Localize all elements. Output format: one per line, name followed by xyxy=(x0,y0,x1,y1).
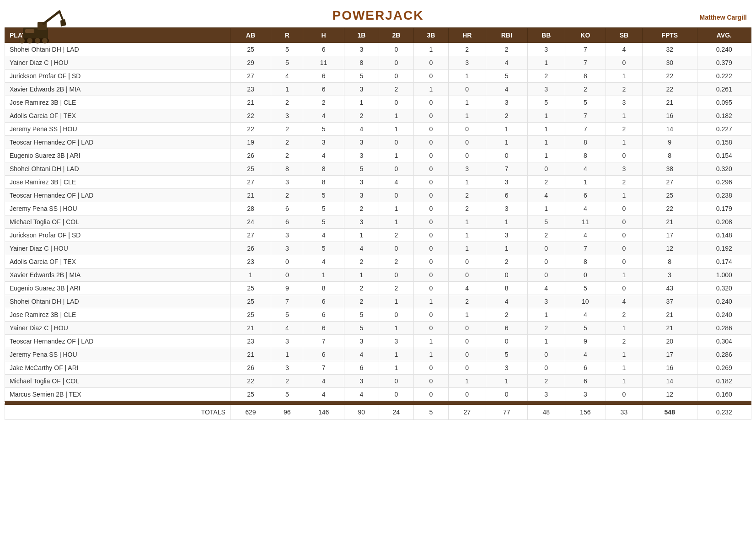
stat-cell: 1 xyxy=(486,136,527,149)
stat-cell: 22 xyxy=(642,70,697,83)
player-name: Shohei Ohtani DH | LAD xyxy=(5,162,231,176)
stat-cell: 2 xyxy=(606,335,642,348)
stat-cell: 2 xyxy=(527,375,565,388)
stat-cell: 0 xyxy=(606,242,642,255)
stat-cell: 4 xyxy=(486,295,527,308)
stat-cell: 0 xyxy=(606,202,642,215)
stat-cell: 5 xyxy=(344,322,379,335)
stat-cell: 21 xyxy=(230,189,271,202)
stat-cell: 1 xyxy=(527,136,565,149)
stat-cell: 17 xyxy=(642,348,697,361)
stat-cell: 1 xyxy=(379,149,413,162)
table-row: Shohei Ohtani DH | LAD255630122374320.24… xyxy=(5,43,751,56)
stat-cell: 0.179 xyxy=(697,202,751,215)
stat-cell: 1 xyxy=(486,242,527,255)
stat-cell: 3 xyxy=(642,269,697,282)
stat-cell: 1 xyxy=(379,109,413,123)
table-row: Shohei Ohtani DH | LAD2576211243104370.2… xyxy=(5,295,751,308)
stat-cell: 3 xyxy=(344,136,379,149)
stat-cell: 3 xyxy=(271,176,303,189)
stat-cell: 9 xyxy=(642,136,697,149)
stat-cell: 2 xyxy=(448,43,486,56)
stat-cell: 1 xyxy=(344,269,379,282)
stat-cell: 26 xyxy=(230,361,271,375)
stat-cell: 0 xyxy=(379,96,413,109)
table-header-row: PLAYER AB R H 1B 2B 3B HR RBI BB KO SB F… xyxy=(5,28,751,43)
player-name: Jeremy Pena SS | HOU xyxy=(5,202,231,215)
stat-cell: 5 xyxy=(344,70,379,83)
stat-cell: 0 xyxy=(379,375,413,388)
stat-cell: 1 xyxy=(606,109,642,123)
stat-cell: 0 xyxy=(527,361,565,375)
stat-cell: 16 xyxy=(642,109,697,123)
stat-cell: 0 xyxy=(448,123,486,136)
stat-cell: 6 xyxy=(303,70,344,83)
table-row: Teoscar Hernandez OF | LAD19233000118190… xyxy=(5,136,751,149)
stat-cell: 25 xyxy=(230,162,271,176)
stat-cell: 0 xyxy=(379,269,413,282)
stat-cell: 5 xyxy=(303,202,344,215)
stat-cell: 4 xyxy=(565,202,606,215)
stat-cell: 3 xyxy=(565,388,606,402)
totals-rbi: 77 xyxy=(486,404,527,420)
stat-cell: 3 xyxy=(527,295,565,308)
user-name: Matthew Cargill xyxy=(700,14,747,21)
stat-cell: 2 xyxy=(271,136,303,149)
stat-cell: 0 xyxy=(379,43,413,56)
svg-point-8 xyxy=(35,38,40,43)
table-row: Marcus Semien 2B | TEX255440000330120.16… xyxy=(5,388,751,402)
stats-table: PLAYER AB R H 1B 2B 3B HR RBI BB KO SB F… xyxy=(5,27,751,420)
stat-cell: 3 xyxy=(448,162,486,176)
stat-cell: 0 xyxy=(413,149,448,162)
totals-1b: 90 xyxy=(344,404,379,420)
stat-cell: 14 xyxy=(642,375,697,388)
svg-rect-10 xyxy=(25,29,34,33)
stat-cell: 1 xyxy=(448,308,486,322)
stat-cell: 0 xyxy=(413,282,448,295)
stat-cell: 1 xyxy=(448,96,486,109)
stat-cell: 0 xyxy=(413,70,448,83)
stat-cell: 0 xyxy=(413,361,448,375)
stat-cell: 3 xyxy=(344,43,379,56)
stat-cell: 1 xyxy=(606,348,642,361)
totals-r: 96 xyxy=(271,404,303,420)
stat-cell: 6 xyxy=(271,202,303,215)
stat-cell: 0 xyxy=(448,388,486,402)
stat-cell: 1 xyxy=(527,335,565,348)
stat-cell: 25 xyxy=(230,43,271,56)
stat-cell: 7 xyxy=(565,56,606,70)
stat-cell: 2 xyxy=(606,83,642,96)
stat-cell: 3 xyxy=(527,83,565,96)
stat-cell: 1 xyxy=(448,242,486,255)
stat-cell: 0 xyxy=(448,361,486,375)
stat-cell: 3 xyxy=(527,43,565,56)
stat-cell: 27 xyxy=(230,176,271,189)
col-header-ko: KO xyxy=(565,28,606,43)
stat-cell: 4 xyxy=(303,109,344,123)
stat-cell: 0 xyxy=(486,335,527,348)
stat-cell: 3 xyxy=(448,56,486,70)
totals-sb: 33 xyxy=(606,404,642,420)
logo-icon xyxy=(9,5,69,46)
stat-cell: 0 xyxy=(379,388,413,402)
stat-cell: 14 xyxy=(642,123,697,136)
stat-cell: 3 xyxy=(271,242,303,255)
col-header-fpts: FPTS xyxy=(642,28,697,43)
stat-cell: 5 xyxy=(565,282,606,295)
stat-cell: 0.158 xyxy=(697,136,751,149)
stat-cell: 8 xyxy=(565,136,606,149)
stat-cell: 26 xyxy=(230,242,271,255)
stat-cell: 1 xyxy=(448,375,486,388)
player-name: Teoscar Hernandez OF | LAD xyxy=(5,189,231,202)
stat-cell: 6 xyxy=(486,322,527,335)
stat-cell: 2 xyxy=(379,229,413,242)
stat-cell: 0 xyxy=(271,269,303,282)
stat-cell: 1 xyxy=(271,348,303,361)
col-header-rbi: RBI xyxy=(486,28,527,43)
player-name: Jurickson Profar OF | SD xyxy=(5,229,231,242)
page-title: POWERJACK xyxy=(332,8,424,23)
stat-cell: 0.286 xyxy=(697,322,751,335)
player-name: Yainer Diaz C | HOU xyxy=(5,242,231,255)
stat-cell: 4 xyxy=(565,308,606,322)
stat-cell: 16 xyxy=(642,361,697,375)
